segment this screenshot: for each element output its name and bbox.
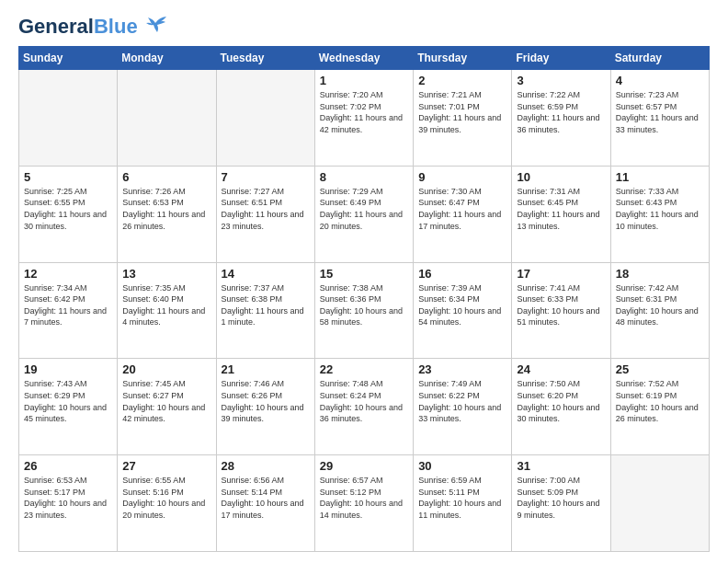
calendar-cell: 24Sunrise: 7:50 AMSunset: 6:20 PMDayligh… <box>512 359 610 455</box>
calendar-cell: 27Sunrise: 6:55 AMSunset: 5:16 PMDayligh… <box>118 455 216 552</box>
calendar-cell: 7Sunrise: 7:27 AMSunset: 6:51 PMDaylight… <box>216 166 314 262</box>
day-number: 24 <box>517 362 605 376</box>
day-number: 31 <box>517 459 605 473</box>
weekday-header: Saturday <box>610 47 709 70</box>
day-number: 20 <box>122 362 210 376</box>
calendar-cell: 19Sunrise: 7:43 AMSunset: 6:29 PMDayligh… <box>19 359 118 455</box>
day-info: Sunrise: 6:56 AMSunset: 5:14 PMDaylight:… <box>222 475 310 521</box>
day-info: Sunrise: 7:39 AMSunset: 6:34 PMDaylight:… <box>418 282 506 328</box>
day-number: 25 <box>616 362 704 376</box>
day-info: Sunrise: 6:57 AMSunset: 5:12 PMDaylight:… <box>320 475 408 521</box>
day-info: Sunrise: 7:41 AMSunset: 6:33 PMDaylight:… <box>517 282 605 328</box>
day-info: Sunrise: 7:35 AMSunset: 6:40 PMDaylight:… <box>122 282 210 328</box>
calendar-cell <box>118 70 216 167</box>
calendar-cell: 17Sunrise: 7:41 AMSunset: 6:33 PMDayligh… <box>512 262 610 359</box>
calendar-cell: 6Sunrise: 7:26 AMSunset: 6:53 PMDaylight… <box>118 166 216 262</box>
day-info: Sunrise: 7:29 AMSunset: 6:49 PMDaylight:… <box>320 186 408 232</box>
day-number: 2 <box>418 74 506 87</box>
day-info: Sunrise: 7:52 AMSunset: 6:19 PMDaylight:… <box>616 378 704 424</box>
day-number: 29 <box>320 459 408 473</box>
calendar-cell: 4Sunrise: 7:23 AMSunset: 6:57 PMDaylight… <box>610 70 709 167</box>
day-number: 16 <box>418 267 506 281</box>
day-info: Sunrise: 7:45 AMSunset: 6:27 PMDaylight:… <box>122 378 210 424</box>
day-info: Sunrise: 7:50 AMSunset: 6:20 PMDaylight:… <box>517 378 605 424</box>
calendar-cell: 23Sunrise: 7:49 AMSunset: 6:22 PMDayligh… <box>414 359 512 455</box>
day-number: 11 <box>616 170 704 184</box>
calendar-cell: 13Sunrise: 7:35 AMSunset: 6:40 PMDayligh… <box>118 262 216 359</box>
day-number: 23 <box>418 362 506 376</box>
day-number: 17 <box>517 267 605 281</box>
calendar-cell: 5Sunrise: 7:25 AMSunset: 6:55 PMDaylight… <box>19 166 118 262</box>
logo: GeneralBlue <box>18 17 168 37</box>
weekday-header: Friday <box>512 47 610 70</box>
day-info: Sunrise: 6:53 AMSunset: 5:17 PMDaylight:… <box>24 475 112 521</box>
calendar-cell: 26Sunrise: 6:53 AMSunset: 5:17 PMDayligh… <box>19 455 118 552</box>
day-info: Sunrise: 7:48 AMSunset: 6:24 PMDaylight:… <box>320 378 408 424</box>
calendar-week: 1Sunrise: 7:20 AMSunset: 7:02 PMDaylight… <box>19 70 710 167</box>
day-number: 9 <box>418 170 506 184</box>
day-number: 3 <box>517 74 605 87</box>
day-number: 22 <box>320 362 408 376</box>
day-number: 12 <box>24 267 112 281</box>
calendar-cell <box>610 455 709 552</box>
day-info: Sunrise: 7:46 AMSunset: 6:26 PMDaylight:… <box>222 378 310 424</box>
calendar-week: 5Sunrise: 7:25 AMSunset: 6:55 PMDaylight… <box>19 166 710 262</box>
calendar-cell: 11Sunrise: 7:33 AMSunset: 6:43 PMDayligh… <box>610 166 709 262</box>
day-number: 26 <box>24 459 112 473</box>
calendar-cell <box>216 70 314 167</box>
calendar-cell: 9Sunrise: 7:30 AMSunset: 6:47 PMDaylight… <box>414 166 512 262</box>
calendar-cell: 28Sunrise: 6:56 AMSunset: 5:14 PMDayligh… <box>216 455 314 552</box>
day-info: Sunrise: 7:37 AMSunset: 6:38 PMDaylight:… <box>222 282 310 328</box>
day-info: Sunrise: 7:34 AMSunset: 6:42 PMDaylight:… <box>24 282 112 328</box>
calendar-cell: 8Sunrise: 7:29 AMSunset: 6:49 PMDaylight… <box>314 166 413 262</box>
logo-blue: Blue <box>94 15 138 38</box>
day-info: Sunrise: 7:25 AMSunset: 6:55 PMDaylight:… <box>24 186 112 232</box>
day-info: Sunrise: 7:21 AMSunset: 7:01 PMDaylight:… <box>418 89 506 135</box>
day-info: Sunrise: 7:38 AMSunset: 6:36 PMDaylight:… <box>320 282 408 328</box>
calendar-cell: 16Sunrise: 7:39 AMSunset: 6:34 PMDayligh… <box>414 262 512 359</box>
day-number: 7 <box>222 170 310 184</box>
day-number: 19 <box>24 362 112 376</box>
weekday-header: Sunday <box>19 47 118 70</box>
day-info: Sunrise: 7:22 AMSunset: 6:59 PMDaylight:… <box>517 89 605 135</box>
day-number: 1 <box>320 74 408 87</box>
day-number: 15 <box>320 267 408 281</box>
calendar-cell: 29Sunrise: 6:57 AMSunset: 5:12 PMDayligh… <box>314 455 413 552</box>
calendar-cell <box>19 70 118 167</box>
day-info: Sunrise: 7:00 AMSunset: 5:09 PMDaylight:… <box>517 475 605 521</box>
day-number: 14 <box>222 267 310 281</box>
calendar-cell: 18Sunrise: 7:42 AMSunset: 6:31 PMDayligh… <box>610 262 709 359</box>
calendar-cell: 10Sunrise: 7:31 AMSunset: 6:45 PMDayligh… <box>512 166 610 262</box>
calendar-cell: 22Sunrise: 7:48 AMSunset: 6:24 PMDayligh… <box>314 359 413 455</box>
day-number: 8 <box>320 170 408 184</box>
logo-general: General <box>18 15 94 38</box>
day-info: Sunrise: 7:33 AMSunset: 6:43 PMDaylight:… <box>616 186 704 232</box>
day-info: Sunrise: 6:55 AMSunset: 5:16 PMDaylight:… <box>122 475 210 521</box>
day-info: Sunrise: 7:27 AMSunset: 6:51 PMDaylight:… <box>222 186 310 232</box>
day-number: 13 <box>122 267 210 281</box>
day-info: Sunrise: 7:26 AMSunset: 6:53 PMDaylight:… <box>122 186 210 232</box>
day-number: 5 <box>24 170 112 184</box>
day-info: Sunrise: 7:20 AMSunset: 7:02 PMDaylight:… <box>320 89 408 135</box>
day-number: 30 <box>418 459 506 473</box>
day-number: 18 <box>616 267 704 281</box>
calendar-cell: 25Sunrise: 7:52 AMSunset: 6:19 PMDayligh… <box>610 359 709 455</box>
calendar-week: 26Sunrise: 6:53 AMSunset: 5:17 PMDayligh… <box>19 455 710 552</box>
logo-text: GeneralBlue <box>18 17 138 37</box>
day-info: Sunrise: 7:23 AMSunset: 6:57 PMDaylight:… <box>616 89 704 135</box>
day-info: Sunrise: 7:43 AMSunset: 6:29 PMDaylight:… <box>24 378 112 424</box>
day-number: 27 <box>122 459 210 473</box>
calendar-cell: 15Sunrise: 7:38 AMSunset: 6:36 PMDayligh… <box>314 262 413 359</box>
calendar-cell: 31Sunrise: 7:00 AMSunset: 5:09 PMDayligh… <box>512 455 610 552</box>
day-number: 4 <box>616 74 704 87</box>
calendar-cell: 3Sunrise: 7:22 AMSunset: 6:59 PMDaylight… <box>512 70 610 167</box>
day-number: 28 <box>222 459 310 473</box>
weekday-header: Monday <box>118 47 216 70</box>
day-number: 6 <box>122 170 210 184</box>
calendar-cell: 30Sunrise: 6:59 AMSunset: 5:11 PMDayligh… <box>414 455 512 552</box>
calendar-cell: 12Sunrise: 7:34 AMSunset: 6:42 PMDayligh… <box>19 262 118 359</box>
calendar-week: 12Sunrise: 7:34 AMSunset: 6:42 PMDayligh… <box>19 262 710 359</box>
day-info: Sunrise: 6:59 AMSunset: 5:11 PMDaylight:… <box>418 475 506 521</box>
weekday-header: Wednesday <box>314 47 413 70</box>
calendar-week: 19Sunrise: 7:43 AMSunset: 6:29 PMDayligh… <box>19 359 710 455</box>
